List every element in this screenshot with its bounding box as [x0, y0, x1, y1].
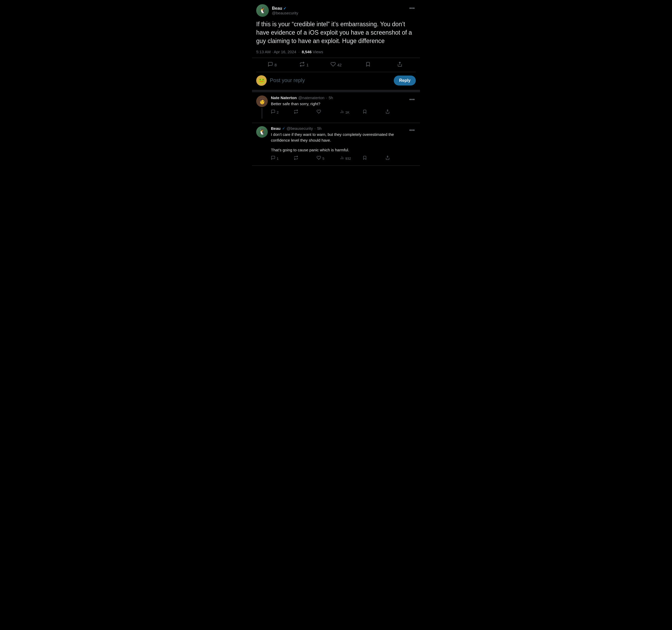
retweet-icon: [294, 109, 298, 115]
reply-author-handle[interactable]: @natenaterton: [298, 96, 324, 100]
chart-icon-2: [340, 155, 344, 161]
main-tweet: 🐧 Beau ✓ @beausecurity ••• If this is yo…: [252, 0, 420, 90]
reply-action-share[interactable]: [385, 109, 408, 115]
reply-separator-2: ·: [314, 126, 315, 131]
retweets-count: 1: [306, 63, 308, 67]
tweet-views-label: Views: [313, 50, 323, 54]
comment-count-2: 1: [277, 157, 279, 160]
beau-reply-para-1: I don’t care if they want to warn, but t…: [271, 132, 408, 144]
reply-author-name[interactable]: Nate Naterton: [271, 96, 297, 100]
reply-author-avatar-2[interactable]: 🐧: [256, 126, 268, 138]
reply-time-ago-2: 5h: [317, 126, 321, 131]
reply-more-options[interactable]: •••: [408, 96, 416, 104]
share-icon-2: [385, 155, 390, 161]
retweet-icon: [299, 61, 305, 68]
like-icon: [317, 109, 321, 115]
reply-action-bookmark[interactable]: [362, 109, 385, 115]
stats-row: 8 1 42: [256, 58, 416, 72]
reply-item: 👩 Nate Naterton @natenaterton · 5h Bette…: [252, 92, 420, 123]
reply-action-retweet[interactable]: [294, 109, 317, 115]
bookmark-icon-2: [362, 155, 367, 161]
reply-action-like-2[interactable]: 5: [317, 155, 339, 161]
reply-text: Better safe than sorry, right?: [271, 101, 408, 107]
comment-count: 2: [277, 110, 279, 115]
share-stat[interactable]: [384, 61, 416, 68]
reply-item-header-2: 🐧 Beau ✓ @beausecurity · 5h I don’t care…: [256, 126, 416, 161]
reply-header-left-2: 🐧 Beau ✓ @beausecurity · 5h I don’t care…: [256, 126, 408, 161]
likes-count: 42: [337, 63, 342, 67]
reply-action-views[interactable]: 1K: [340, 109, 362, 115]
retweets-stat[interactable]: 1: [288, 61, 320, 68]
author-handle: @beausecurity: [272, 11, 298, 15]
like-count-2: 5: [322, 157, 324, 160]
bookmark-stat[interactable]: [352, 61, 384, 68]
reply-action-retweet-2[interactable]: [294, 155, 317, 161]
reply-header-left: 👩 Nate Naterton @natenaterton · 5h Bette…: [256, 96, 408, 119]
bookmark-icon: [362, 109, 367, 115]
author-info: Beau ✓ @beausecurity: [272, 6, 298, 15]
tweet-timestamp: 5:13 AM · Apr 16, 2024: [256, 50, 296, 54]
page-container: 🐧 Beau ✓ @beausecurity ••• If this is yo…: [252, 0, 420, 166]
like-icon-2: [317, 155, 321, 161]
reply-action-share-2[interactable]: [385, 155, 408, 161]
reply-author-name-2[interactable]: Beau: [271, 126, 281, 131]
share-icon: [385, 109, 390, 115]
reply-item-header: 👩 Nate Naterton @natenaterton · 5h Bette…: [256, 96, 416, 119]
beau-reply-text: I don’t care if they want to warn, but t…: [271, 132, 408, 153]
reply-input[interactable]: Post your reply: [270, 77, 391, 83]
replies-count: 8: [274, 63, 277, 67]
reply-action-comment-2[interactable]: 1: [271, 155, 294, 161]
reply-item-2: 🐧 Beau ✓ @beausecurity · 5h I don’t care…: [252, 123, 420, 166]
reply-actions-2: 1 5: [271, 155, 408, 161]
replies-stat[interactable]: 8: [256, 61, 288, 68]
comment-icon: [271, 109, 275, 115]
reply-author-avatar[interactable]: 👩: [256, 96, 268, 107]
reply-author-handle-2[interactable]: @beausecurity: [287, 126, 313, 131]
verified-icon: ✓: [283, 6, 286, 10]
bookmark-icon: [365, 61, 371, 68]
more-options-button[interactable]: •••: [408, 4, 416, 12]
views-count-2: 932: [345, 157, 351, 160]
tweet-header-left: 🐧 Beau ✓ @beausecurity: [256, 4, 298, 17]
likes-stat[interactable]: 42: [320, 61, 352, 68]
reply-action-like[interactable]: [317, 109, 339, 115]
reply-username-row: Nate Naterton @natenaterton · 5h: [271, 96, 408, 100]
reply-action-bookmark-2[interactable]: [362, 155, 385, 161]
replies-icon: [268, 61, 273, 68]
tweet-text: If this is your “credible intel” it’s em…: [256, 20, 416, 45]
author-display-name[interactable]: Beau ✓: [272, 6, 298, 11]
chart-icon: [340, 109, 344, 115]
tweet-views-count: 8,546: [302, 50, 312, 54]
like-icon: [331, 61, 336, 68]
beau-reply-para-2: That’s going to cause panic which is har…: [271, 147, 408, 153]
reply-time-ago: 5h: [329, 96, 333, 100]
reply-action-views-2[interactable]: 932: [340, 155, 362, 161]
tweet-header: 🐧 Beau ✓ @beausecurity •••: [256, 4, 416, 17]
tweet-meta: 5:13 AM · Apr 16, 2024 · 8,546 Views: [256, 50, 416, 54]
reply-compose-area: 🐸 Post your reply Reply: [256, 72, 416, 90]
reply-username-row-2: Beau ✓ @beausecurity · 5h: [271, 126, 408, 131]
replies-section: 👩 Nate Naterton @natenaterton · 5h Bette…: [252, 90, 420, 166]
reply-actions: 2: [271, 109, 408, 115]
retweet-icon-2: [294, 155, 298, 161]
author-avatar[interactable]: 🐧: [256, 4, 269, 17]
reply-action-comment[interactable]: 2: [271, 109, 294, 115]
reply-time: ·: [326, 96, 327, 100]
views-count: 1K: [345, 110, 350, 115]
current-user-avatar[interactable]: 🐸: [256, 75, 267, 86]
verified-icon-2: ✓: [282, 126, 285, 130]
reply-more-options-2[interactable]: •••: [408, 126, 416, 134]
reply-button[interactable]: Reply: [394, 76, 416, 85]
comment-icon-2: [271, 155, 275, 161]
share-icon: [397, 61, 402, 68]
